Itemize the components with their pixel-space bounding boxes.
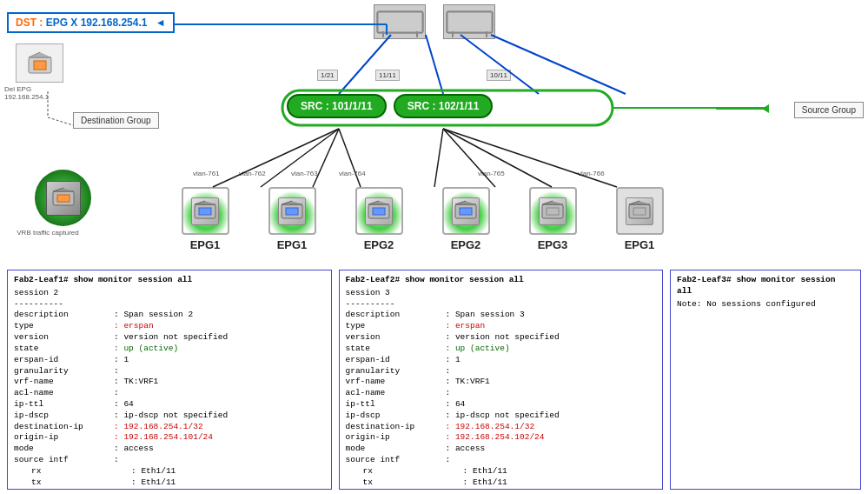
- vlan-label-6: vlan-766: [578, 170, 605, 177]
- epg-item-1: EPG1: [174, 187, 236, 251]
- epg-icon-2: [268, 187, 316, 235]
- svg-line-35: [339, 129, 361, 187]
- terminal-leaf2: Fab2-Leaf2# show monitor session all ses…: [339, 270, 664, 490]
- source-group-arrow: [716, 108, 768, 110]
- svg-line-33: [261, 129, 339, 187]
- epg-item-5: EPG3: [521, 187, 584, 251]
- t2-both: both : Eth1/11: [363, 488, 657, 490]
- svg-line-38: [443, 129, 552, 187]
- svg-line-26: [461, 35, 539, 94]
- t1-type: type : erspan: [14, 321, 325, 332]
- vlan-label-1: vlan-761: [193, 170, 220, 177]
- vrb-label: VRB traffic captured: [4, 229, 91, 237]
- epg-item-3: EPG2: [348, 187, 410, 251]
- svg-line-25: [426, 35, 443, 94]
- epg-label-6: EPG1: [625, 238, 655, 251]
- spine-switch-1: [374, 4, 426, 39]
- epg-icon-5: [529, 187, 577, 235]
- source-group-callout: Source Group: [794, 102, 864, 118]
- dst-epg-icon-label: Del EPG 192.168.254.1: [4, 85, 74, 101]
- vrb-icon: [35, 170, 91, 226]
- t2-version: version : version not specified: [346, 332, 657, 344]
- terminal-leaf3: Fab2-Leaf3# show monitor session all Not…: [670, 270, 861, 490]
- vrb-icon-inner: [46, 181, 81, 216]
- epg-label-1: EPG1: [190, 238, 221, 251]
- epg-item-2: EPG1: [261, 187, 323, 251]
- src-pill-2: SRC : 102/1/11: [394, 94, 494, 118]
- svg-line-24: [339, 35, 391, 94]
- t1-source-intf: source intf :: [14, 455, 325, 466]
- epg-icon-4: [442, 187, 490, 235]
- port-label-3: 10/11: [487, 70, 511, 81]
- vlan-label-2: vlan-762: [239, 170, 266, 177]
- t2-vrf-name: vrf-name : TK:VRF1: [346, 377, 657, 388]
- t1-description: description : Span session 2: [14, 310, 325, 321]
- src-pill-1: SRC : 101/1/11: [287, 94, 387, 118]
- vlan-label-5: vlan-765: [478, 170, 505, 177]
- svg-rect-19: [460, 208, 472, 215]
- t2-origin-ip: origin-ip : 192.168.254.102/24: [346, 432, 657, 444]
- spine-area: [304, 0, 565, 39]
- dst-label: DST : EPG X 192.168.254.1: [7, 12, 175, 33]
- epg-icon-3: [355, 187, 403, 235]
- t1-version: version : version not specified: [14, 332, 325, 344]
- t2-granularity: granularity :: [346, 366, 657, 377]
- svg-rect-15: [286, 208, 298, 215]
- svg-rect-7: [448, 13, 491, 31]
- t1-ip-ttl: ip-ttl : 64: [14, 399, 325, 411]
- t1-mode: mode : access: [14, 444, 325, 455]
- svg-rect-17: [373, 208, 385, 215]
- t1-origin-ip: origin-ip : 192.168.254.101/24: [14, 432, 325, 444]
- epg-label-3: EPG2: [364, 238, 394, 251]
- t2-ip-ttl: ip-ttl : 64: [346, 399, 657, 411]
- t1-ip-dscp: ip-dscp : ip-dscp not specified: [14, 411, 325, 422]
- svg-rect-23: [633, 208, 646, 215]
- t2-acl-name: acl-name :: [346, 388, 657, 399]
- t1-destination-ip: destination-ip : 192.168.254.1/32: [14, 422, 325, 433]
- svg-rect-11: [57, 195, 70, 202]
- svg-line-27: [491, 35, 626, 94]
- t2-ip-dscp: ip-dscp : ip-dscp not specified: [346, 411, 657, 422]
- t1-both: both : Eth1/11: [31, 488, 325, 490]
- terminal-leaf2-session: session 3: [346, 288, 657, 299]
- epg-icon-6: [616, 187, 664, 235]
- t2-rx: rx : Eth1/11: [363, 466, 657, 477]
- destination-group-callout: Destination Group: [73, 112, 159, 129]
- terminal-leaf1: Fab2-Leaf1# show monitor session all ses…: [7, 270, 332, 490]
- svg-rect-1: [34, 61, 46, 70]
- dst-tag: DST :: [16, 17, 43, 29]
- svg-rect-21: [547, 208, 559, 215]
- epg-icon-1: [182, 187, 229, 235]
- t2-destination-ip: destination-ip : 192.168.254.1/32: [346, 422, 657, 433]
- svg-line-32: [213, 129, 339, 187]
- t2-tx: tx : Eth1/11: [363, 477, 657, 489]
- terminal-leaf2-header: Fab2-Leaf2# show monitor session all: [346, 275, 657, 286]
- vlan-label-3: vlan-763: [291, 170, 318, 177]
- t2-state: state : up (active): [346, 344, 657, 355]
- terminal-leaf1-header: Fab2-Leaf1# show monitor session all: [14, 275, 325, 286]
- t1-acl-name: acl-name :: [14, 388, 325, 399]
- network-diagram: DST : EPG X 192.168.254.1 Del EPG 192.16…: [0, 0, 868, 265]
- t1-erspan-id: erspan-id : 1: [14, 355, 325, 366]
- terminal-leaf3-header: Fab2-Leaf3# show monitor session all: [677, 275, 854, 297]
- t2-type: type : erspan: [346, 321, 657, 332]
- dst-epg-icon: [16, 43, 63, 83]
- dst-epg-text: EPG X 192.168.254.1: [43, 17, 147, 29]
- svg-rect-3: [379, 13, 421, 31]
- terminal-leaf1-sep: ----------: [14, 299, 325, 310]
- t2-erspan-id: erspan-id : 1: [346, 355, 657, 366]
- t1-state: state : up (active): [14, 344, 325, 355]
- svg-rect-13: [199, 208, 211, 215]
- terminal-leaf2-sep: ----------: [346, 299, 657, 310]
- t1-vrf-name: vrf-name : TK:VRF1: [14, 377, 325, 388]
- svg-line-37: [443, 129, 495, 187]
- epg-item-6: EPG1: [608, 187, 671, 251]
- epg-item-4: EPG2: [434, 187, 497, 251]
- terminals-area: Fab2-Leaf1# show monitor session all ses…: [0, 265, 868, 494]
- src-pills-container: SRC : 101/1/11 SRC : 102/1/11: [287, 94, 493, 118]
- svg-line-41: [48, 117, 73, 125]
- spine-switch-2: [443, 4, 495, 39]
- svg-line-36: [434, 129, 443, 187]
- svg-line-34: [313, 129, 339, 187]
- svg-line-39: [443, 129, 617, 187]
